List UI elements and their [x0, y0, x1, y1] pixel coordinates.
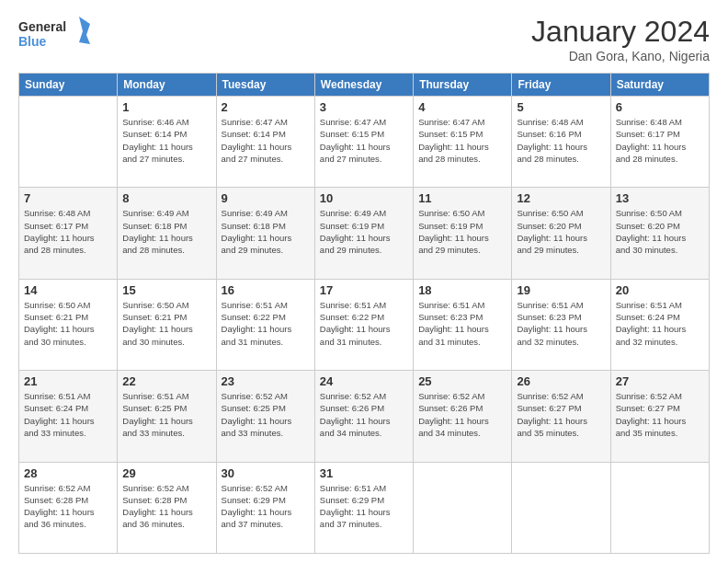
day-info: Sunrise: 6:47 AMSunset: 6:14 PMDaylight:… [222, 116, 310, 165]
day-number: 27 [616, 374, 704, 388]
day-info: Sunrise: 6:52 AMSunset: 6:27 PMDaylight:… [616, 390, 704, 439]
calendar-cell [610, 462, 709, 553]
day-number: 10 [320, 191, 408, 205]
calendar-cell: 6Sunrise: 6:48 AMSunset: 6:17 PMDaylight… [610, 97, 709, 188]
calendar-cell: 14Sunrise: 6:50 AMSunset: 6:21 PMDayligh… [19, 279, 118, 370]
day-number: 17 [320, 283, 408, 297]
calendar-cell: 9Sunrise: 6:49 AMSunset: 6:18 PMDaylight… [216, 188, 314, 279]
day-info: Sunrise: 6:48 AMSunset: 6:17 PMDaylight:… [616, 116, 704, 165]
day-info: Sunrise: 6:52 AMSunset: 6:28 PMDaylight:… [122, 482, 210, 531]
month-title: January 2024 [531, 15, 710, 49]
calendar-cell: 24Sunrise: 6:52 AMSunset: 6:26 PMDayligh… [314, 371, 413, 462]
day-number: 22 [122, 374, 210, 388]
calendar-cell: 18Sunrise: 6:51 AMSunset: 6:23 PMDayligh… [414, 279, 512, 370]
col-header-saturday: Saturday [610, 74, 709, 97]
logo: General Blue [18, 15, 92, 55]
day-info: Sunrise: 6:48 AMSunset: 6:17 PMDaylight:… [24, 207, 112, 256]
day-number: 14 [24, 283, 112, 297]
day-number: 3 [320, 100, 408, 114]
day-info: Sunrise: 6:52 AMSunset: 6:25 PMDaylight:… [222, 390, 310, 439]
day-number: 25 [418, 374, 506, 388]
day-info: Sunrise: 6:51 AMSunset: 6:22 PMDaylight:… [320, 299, 408, 348]
day-info: Sunrise: 6:51 AMSunset: 6:25 PMDaylight:… [122, 390, 210, 439]
page: General Blue January 2024 Dan Gora, Kano… [0, 0, 728, 563]
day-number: 5 [517, 100, 605, 114]
day-number: 1 [122, 100, 210, 114]
day-info: Sunrise: 6:50 AMSunset: 6:21 PMDaylight:… [24, 299, 112, 348]
day-number: 11 [418, 191, 506, 205]
header-row: SundayMondayTuesdayWednesdayThursdayFrid… [19, 74, 710, 97]
calendar-cell: 26Sunrise: 6:52 AMSunset: 6:27 PMDayligh… [512, 371, 610, 462]
calendar-cell: 17Sunrise: 6:51 AMSunset: 6:22 PMDayligh… [314, 279, 413, 370]
header: General Blue January 2024 Dan Gora, Kano… [18, 15, 710, 63]
day-info: Sunrise: 6:52 AMSunset: 6:27 PMDaylight:… [517, 390, 605, 439]
calendar-cell: 8Sunrise: 6:49 AMSunset: 6:18 PMDaylight… [118, 188, 216, 279]
day-number: 28 [24, 466, 112, 480]
day-info: Sunrise: 6:51 AMSunset: 6:22 PMDaylight:… [222, 299, 310, 348]
week-row-3: 14Sunrise: 6:50 AMSunset: 6:21 PMDayligh… [19, 279, 710, 370]
day-info: Sunrise: 6:51 AMSunset: 6:23 PMDaylight:… [418, 299, 506, 348]
day-info: Sunrise: 6:50 AMSunset: 6:20 PMDaylight:… [517, 207, 605, 256]
week-row-5: 28Sunrise: 6:52 AMSunset: 6:28 PMDayligh… [19, 462, 710, 553]
calendar-cell: 21Sunrise: 6:51 AMSunset: 6:24 PMDayligh… [19, 371, 118, 462]
col-header-thursday: Thursday [414, 74, 512, 97]
day-number: 29 [122, 466, 210, 480]
day-info: Sunrise: 6:49 AMSunset: 6:18 PMDaylight:… [122, 207, 210, 256]
day-info: Sunrise: 6:47 AMSunset: 6:15 PMDaylight:… [418, 116, 506, 165]
day-number: 20 [616, 283, 704, 297]
col-header-tuesday: Tuesday [216, 74, 314, 97]
calendar-cell: 30Sunrise: 6:52 AMSunset: 6:29 PMDayligh… [216, 462, 314, 553]
day-number: 21 [24, 374, 112, 388]
week-row-2: 7Sunrise: 6:48 AMSunset: 6:17 PMDaylight… [19, 188, 710, 279]
day-info: Sunrise: 6:48 AMSunset: 6:16 PMDaylight:… [517, 116, 605, 165]
svg-text:General: General [18, 19, 66, 34]
day-number: 24 [320, 374, 408, 388]
calendar-cell: 25Sunrise: 6:52 AMSunset: 6:26 PMDayligh… [414, 371, 512, 462]
calendar-cell: 3Sunrise: 6:47 AMSunset: 6:15 PMDaylight… [314, 97, 413, 188]
col-header-monday: Monday [118, 74, 216, 97]
calendar-cell: 7Sunrise: 6:48 AMSunset: 6:17 PMDaylight… [19, 188, 118, 279]
calendar-cell [512, 462, 610, 553]
calendar-cell: 13Sunrise: 6:50 AMSunset: 6:20 PMDayligh… [610, 188, 709, 279]
day-number: 16 [222, 283, 310, 297]
calendar-cell: 27Sunrise: 6:52 AMSunset: 6:27 PMDayligh… [610, 371, 709, 462]
day-info: Sunrise: 6:49 AMSunset: 6:18 PMDaylight:… [222, 207, 310, 256]
logo-svg: General Blue [18, 15, 92, 55]
col-header-sunday: Sunday [19, 74, 118, 97]
day-number: 23 [222, 374, 310, 388]
calendar-cell: 11Sunrise: 6:50 AMSunset: 6:19 PMDayligh… [414, 188, 512, 279]
day-number: 4 [418, 100, 506, 114]
calendar-cell: 20Sunrise: 6:51 AMSunset: 6:24 PMDayligh… [610, 279, 709, 370]
day-number: 8 [122, 191, 210, 205]
day-info: Sunrise: 6:47 AMSunset: 6:15 PMDaylight:… [320, 116, 408, 165]
week-row-1: 1Sunrise: 6:46 AMSunset: 6:14 PMDaylight… [19, 97, 710, 188]
calendar-cell: 4Sunrise: 6:47 AMSunset: 6:15 PMDaylight… [414, 97, 512, 188]
day-info: Sunrise: 6:52 AMSunset: 6:29 PMDaylight:… [222, 482, 310, 531]
calendar-cell: 5Sunrise: 6:48 AMSunset: 6:16 PMDaylight… [512, 97, 610, 188]
day-info: Sunrise: 6:49 AMSunset: 6:19 PMDaylight:… [320, 207, 408, 256]
calendar-cell: 31Sunrise: 6:51 AMSunset: 6:29 PMDayligh… [314, 462, 413, 553]
calendar-cell: 12Sunrise: 6:50 AMSunset: 6:20 PMDayligh… [512, 188, 610, 279]
calendar-cell: 2Sunrise: 6:47 AMSunset: 6:14 PMDaylight… [216, 97, 314, 188]
day-info: Sunrise: 6:51 AMSunset: 6:24 PMDaylight:… [616, 299, 704, 348]
day-number: 30 [222, 466, 310, 480]
title-area: January 2024 Dan Gora, Kano, Nigeria [531, 15, 710, 63]
svg-text:Blue: Blue [18, 34, 47, 49]
day-number: 15 [122, 283, 210, 297]
day-number: 9 [222, 191, 310, 205]
calendar-cell: 1Sunrise: 6:46 AMSunset: 6:14 PMDaylight… [118, 97, 216, 188]
svg-marker-2 [79, 17, 90, 44]
calendar-cell [19, 97, 118, 188]
day-info: Sunrise: 6:52 AMSunset: 6:28 PMDaylight:… [24, 482, 112, 531]
day-info: Sunrise: 6:51 AMSunset: 6:29 PMDaylight:… [320, 482, 408, 531]
day-info: Sunrise: 6:46 AMSunset: 6:14 PMDaylight:… [122, 116, 210, 165]
calendar-table: SundayMondayTuesdayWednesdayThursdayFrid… [18, 73, 710, 554]
day-info: Sunrise: 6:52 AMSunset: 6:26 PMDaylight:… [320, 390, 408, 439]
location: Dan Gora, Kano, Nigeria [531, 49, 710, 63]
day-number: 31 [320, 466, 408, 480]
day-number: 6 [616, 100, 704, 114]
day-number: 13 [616, 191, 704, 205]
day-number: 26 [517, 374, 605, 388]
week-row-4: 21Sunrise: 6:51 AMSunset: 6:24 PMDayligh… [19, 371, 710, 462]
day-info: Sunrise: 6:50 AMSunset: 6:20 PMDaylight:… [616, 207, 704, 256]
